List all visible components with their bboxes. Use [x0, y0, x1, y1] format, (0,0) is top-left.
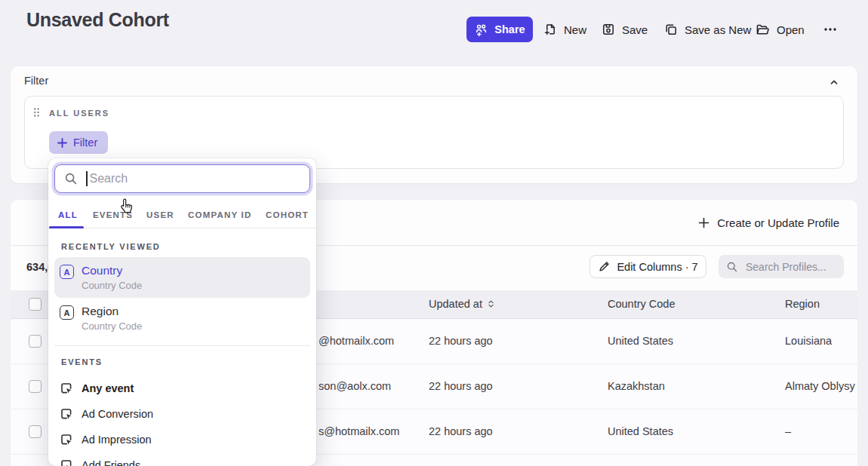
tab-events[interactable]: EVENTS — [93, 210, 133, 219]
profiles-search — [719, 255, 844, 278]
dropdown-search — [54, 164, 310, 193]
row-checkbox[interactable] — [29, 425, 42, 438]
add-filter-button-label: Filter — [73, 136, 97, 149]
country-cell: Kazakhstan — [608, 380, 665, 392]
text-cursor — [86, 171, 88, 186]
profiles-search-input[interactable] — [744, 260, 844, 274]
region-cell: Louisiana — [785, 335, 832, 347]
drag-handle-icon[interactable] — [33, 107, 40, 118]
recently-viewed-section-label: RECENTLY VIEWED — [61, 242, 161, 251]
create-or-update-profile-button[interactable]: Create or Update Profile — [698, 213, 839, 232]
new-button-label: New — [564, 23, 586, 36]
add-filter-button[interactable]: Filter — [49, 131, 108, 154]
country-cell: United States — [608, 335, 673, 347]
search-icon — [64, 172, 78, 185]
new-button[interactable]: New — [543, 17, 586, 42]
region-cell: Almaty Oblysy — [785, 380, 855, 392]
edit-columns-label: Edit Columns · 7 — [617, 261, 697, 273]
chevron-up-icon — [829, 77, 839, 87]
sort-icon — [487, 299, 495, 309]
email-cell: son@aolx.com — [319, 380, 391, 392]
list-item-ad-impression[interactable]: Ad Impression — [82, 434, 152, 446]
list-item-country[interactable]: Country — [82, 264, 122, 277]
updated-cell: 22 hours ago — [429, 380, 493, 392]
row-checkbox[interactable] — [29, 335, 42, 348]
events-section-label: EVENTS — [61, 357, 103, 366]
create-or-update-profile-label: Create or Update Profile — [717, 216, 839, 229]
app-root: Unsaved Cohort Share New — [0, 0, 868, 466]
save-as-new-button-label: Save as New — [685, 23, 751, 36]
page-title: Unsaved Cohort — [26, 9, 169, 31]
more-options-button[interactable] — [819, 17, 842, 42]
save-icon — [602, 23, 615, 36]
collapse-filter-button[interactable] — [827, 75, 841, 89]
all-users-label: ALL USERS — [49, 109, 109, 118]
plus-icon — [57, 138, 67, 148]
save-as-new-button[interactable]: Save as New — [664, 17, 751, 42]
event-click-icon — [60, 407, 73, 421]
folder-icon — [756, 23, 770, 36]
email-cell: @hotmailx.com — [319, 335, 394, 347]
add-users-icon — [474, 23, 488, 37]
open-button-label: Open — [777, 23, 805, 36]
copy-icon — [664, 23, 678, 36]
dropdown-search-input[interactable] — [88, 171, 310, 186]
tab-company-id[interactable]: COMPANY ID — [188, 210, 251, 219]
list-item-country-subtitle: Country Code — [82, 280, 142, 291]
open-button[interactable]: Open — [756, 17, 805, 42]
share-button[interactable]: Share — [466, 17, 533, 42]
pencil-icon — [598, 260, 611, 273]
edit-columns-button[interactable]: Edit Columns · 7 — [589, 255, 706, 278]
new-file-icon — [543, 23, 557, 36]
column-header-updated-at[interactable]: Updated at — [429, 298, 495, 310]
search-icon — [726, 261, 738, 273]
dropdown-tabs: ALL EVENTS USER COMPANY ID COHORT — [48, 201, 316, 228]
share-button-label: Share — [494, 23, 525, 35]
tab-cohort[interactable]: COHORT — [266, 210, 309, 219]
active-tab-underline — [49, 226, 84, 228]
plus-icon — [698, 217, 709, 228]
save-button[interactable]: Save — [602, 17, 648, 42]
letter-a-icon: A — [60, 305, 74, 320]
divider — [54, 345, 310, 346]
row-checkbox[interactable] — [29, 380, 42, 393]
column-header-country-code: Country Code — [608, 298, 675, 310]
event-click-icon — [60, 433, 73, 446]
filter-panel-title: Filter — [24, 75, 48, 87]
tab-all[interactable]: ALL — [58, 210, 78, 219]
event-click-icon — [60, 382, 73, 395]
tab-user[interactable]: USER — [146, 210, 174, 219]
ellipsis-icon — [823, 23, 838, 36]
list-item-any-event[interactable]: Any event — [82, 382, 134, 394]
list-item-region[interactable]: Region — [82, 305, 119, 318]
save-button-label: Save — [622, 23, 648, 36]
list-item-region-subtitle: Country Code — [82, 320, 142, 332]
event-click-icon — [60, 458, 73, 466]
list-item-add-friends[interactable]: Add Friends — [82, 459, 140, 466]
column-header-region: Region — [785, 298, 820, 310]
select-all-checkbox[interactable] — [29, 298, 42, 311]
email-cell: s@hotmailx.com — [319, 425, 399, 437]
filter-dropdown: ALL EVENTS USER COMPANY ID COHORT RECENT… — [48, 158, 316, 466]
updated-at-label: Updated at — [429, 298, 482, 310]
letter-a-icon: A — [60, 265, 74, 279]
updated-cell: 22 hours ago — [429, 335, 493, 347]
country-cell: United States — [608, 425, 673, 437]
region-cell: – — [785, 425, 791, 437]
list-item-ad-conversion[interactable]: Ad Conversion — [82, 408, 153, 420]
updated-cell: 22 hours ago — [429, 425, 493, 437]
